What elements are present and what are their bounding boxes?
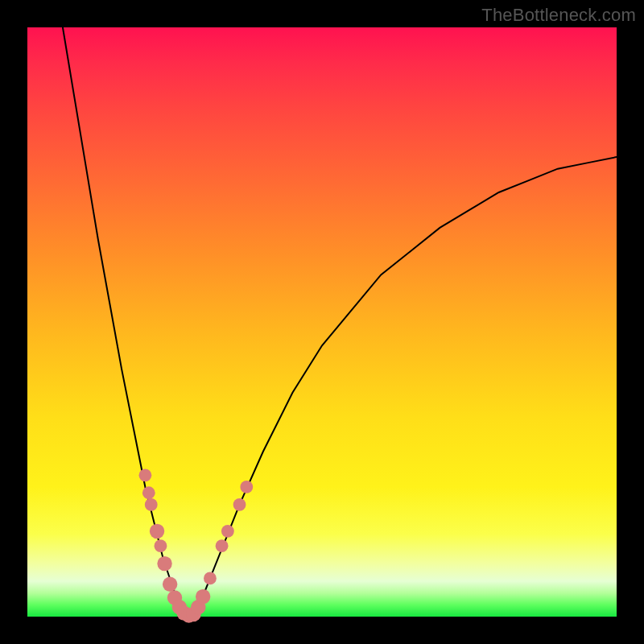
watermark-text: TheBottleneck.com	[481, 5, 636, 26]
marker-dot	[233, 498, 246, 511]
marker-dot	[138, 469, 151, 481]
chart-svg	[27, 27, 617, 617]
curve-right-branch	[192, 157, 617, 617]
plot-area	[27, 27, 617, 617]
marker-dot	[155, 539, 167, 552]
chart-frame: TheBottleneck.com	[0, 0, 644, 644]
curve-path	[192, 157, 617, 617]
marker-dot	[240, 481, 253, 493]
marker-dot	[142, 486, 155, 499]
curve-left-branch	[63, 27, 187, 617]
marker-dot	[216, 539, 229, 552]
marker-dot	[196, 589, 210, 604]
marker-dot	[150, 524, 164, 539]
marker-dot	[145, 498, 158, 511]
curve-path	[63, 27, 187, 617]
marker-group	[138, 469, 253, 622]
marker-dot	[157, 556, 171, 571]
marker-dot	[204, 572, 217, 585]
marker-dot	[163, 577, 177, 592]
marker-dot	[221, 525, 234, 538]
